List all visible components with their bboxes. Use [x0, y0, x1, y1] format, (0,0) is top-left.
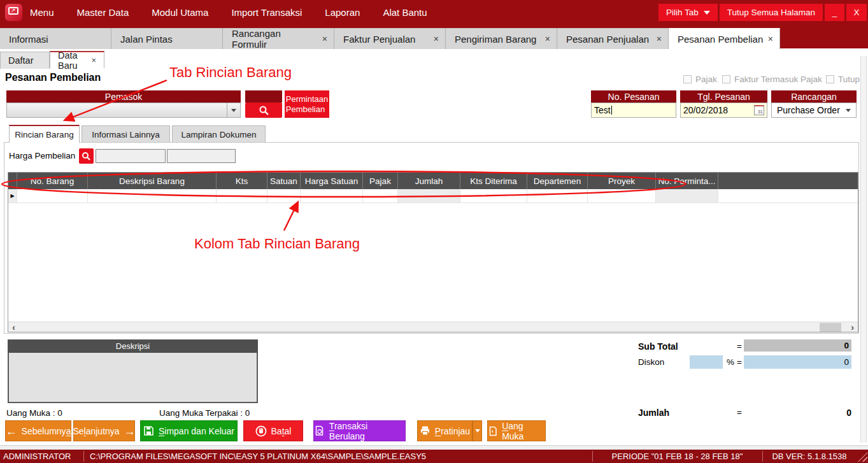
close-tab-icon[interactable]: ×: [653, 34, 662, 44]
cell-deskripsi-barang[interactable]: [88, 189, 217, 203]
chart-arrow-glyph: ↗: [11, 8, 16, 13]
col-proyek[interactable]: Proyek: [588, 173, 656, 189]
tab-faktur-penjualan[interactable]: Faktur Penjualan ×: [334, 28, 446, 49]
close-tab-icon[interactable]: ×: [764, 34, 773, 44]
col-satuan[interactable]: Satuan: [267, 173, 301, 189]
arrow-left-icon: ←: [6, 425, 17, 437]
app-logo-icon[interactable]: ↗: [5, 4, 22, 21]
pratinjau-dropdown-button[interactable]: [473, 420, 482, 441]
diskon-percent-input[interactable]: [690, 355, 723, 369]
col-harga-satuan[interactable]: Harga Satuan: [301, 173, 363, 189]
vertical-scrollbar[interactable]: [860, 56, 867, 443]
menu-item-laporan[interactable]: Laporan: [325, 7, 360, 18]
tab-informasi-lainnya[interactable]: Informasi Lainnya: [82, 125, 170, 143]
tgl-pesanan-value: 20/02/2018: [683, 105, 728, 115]
menu-item-import-transaksi[interactable]: Import Transaksi: [231, 7, 302, 18]
cell-no-permintaan[interactable]: [656, 189, 718, 203]
menu-item-alat-bantu[interactable]: Alat Bantu: [383, 7, 427, 18]
close-tab-icon[interactable]: ×: [541, 34, 550, 44]
percent-sign: %: [727, 357, 734, 367]
diskon-value-input[interactable]: 0: [744, 355, 851, 369]
cell-departemen[interactable]: [527, 189, 588, 203]
cell-harga-satuan[interactable]: [301, 189, 363, 203]
col-no-permintaan[interactable]: No. Perminta...: [656, 173, 718, 189]
resize-grip[interactable]: [858, 452, 867, 462]
col-kts[interactable]: Kts: [217, 173, 267, 189]
cell-kts[interactable]: [217, 189, 267, 203]
cell-proyek[interactable]: [588, 189, 656, 203]
permintaan-pembelian-button[interactable]: Permintaan Pembelian: [285, 90, 329, 118]
simpan-dan-keluar-button[interactable]: Simpan dan Keluar: [140, 420, 238, 441]
checkbox-icon[interactable]: [683, 75, 692, 83]
tab-pesanan-penjualan[interactable]: Pesanan Penjualan ×: [557, 28, 669, 49]
subtab-daftar[interactable]: Daftar: [0, 52, 50, 69]
tab-jalan-pintas[interactable]: Jalan Pintas: [111, 28, 223, 49]
no-pesanan-input[interactable]: Test: [591, 103, 676, 118]
checkbox-icon[interactable]: [826, 75, 834, 83]
tab-lampiran-dokumen[interactable]: Lampiran Dokumen: [172, 125, 266, 143]
tab-label: Rincian Barang: [15, 130, 73, 139]
tab-label: Pengiriman Barang: [455, 34, 536, 45]
checkbox-icon[interactable]: [722, 75, 730, 83]
tutup-semua-halaman-button[interactable]: Tutup Semua Halaman: [720, 4, 823, 21]
selanjutnya-button[interactable]: Selanjutnya →: [73, 420, 135, 441]
checkbox-faktur-termasuk-pajak[interactable]: Faktur Termasuk Pajak: [722, 75, 822, 84]
scroll-right-icon[interactable]: ›: [847, 322, 858, 332]
checkbox-tutup[interactable]: Tutup: [826, 75, 860, 84]
close-subtab-icon[interactable]: ×: [91, 55, 96, 65]
subtab-data-baru[interactable]: Data Baru ×: [50, 51, 104, 68]
pratinjau-button[interactable]: Pratinjau: [417, 420, 473, 441]
deskripsi-textarea[interactable]: [8, 353, 258, 403]
scrollbar-thumb[interactable]: [820, 323, 841, 332]
pemasok-combobox[interactable]: [6, 103, 241, 118]
cell-pajak[interactable]: [363, 189, 398, 203]
window-bottom-edge: [0, 445, 868, 450]
rancangan-combobox[interactable]: Purchase Order: [771, 103, 857, 118]
pemasok-dropdown-button[interactable]: [227, 103, 240, 117]
menu-item-menu[interactable]: Menu: [30, 7, 54, 18]
row-selector-cell[interactable]: ▶: [8, 189, 17, 203]
minimize-button[interactable]: _: [825, 4, 844, 21]
col-jumlah[interactable]: Jumlah: [398, 173, 460, 189]
cell-satuan[interactable]: [267, 189, 301, 203]
pilih-tab-button[interactable]: Pilih Tab: [658, 4, 718, 21]
harga-search-button[interactable]: [79, 148, 94, 164]
tab-label: Rancangan Formulir: [232, 28, 318, 50]
col-kts-diterima[interactable]: Kts Diterima: [460, 173, 527, 189]
col-no-barang[interactable]: No. Barang: [17, 173, 88, 189]
checkbox-pajak[interactable]: Pajak: [683, 75, 717, 84]
close-tab-icon[interactable]: ×: [430, 34, 439, 44]
uang-muka-button[interactable]: Uang Muka: [487, 420, 546, 441]
row-selector-header: [8, 173, 17, 189]
button-label: Selanjutnya: [73, 426, 119, 436]
col-pajak[interactable]: Pajak: [363, 173, 398, 189]
tab-informasi[interactable]: Informasi: [0, 28, 111, 49]
scroll-left-icon[interactable]: ‹: [8, 322, 19, 332]
transaksi-berulang-button[interactable]: Transaksi Berulang: [313, 420, 406, 441]
tgl-pesanan-input[interactable]: 20/02/2018 31: [680, 103, 767, 118]
cell-jumlah[interactable]: [398, 189, 460, 203]
horizontal-scrollbar[interactable]: ‹ ›: [8, 322, 858, 332]
col-departemen[interactable]: Departemen: [527, 173, 588, 189]
button-label: Batal: [271, 426, 292, 436]
cell-kts-diterima[interactable]: [460, 189, 527, 203]
batal-button[interactable]: Batal: [243, 420, 303, 441]
menu-item-master-data[interactable]: Master Data: [77, 7, 129, 18]
col-deskripsi-barang[interactable]: Deskripsi Barang: [88, 173, 217, 189]
close-window-button[interactable]: X: [846, 4, 867, 21]
pemasok-search-button[interactable]: [245, 103, 282, 118]
tab-rincian-barang[interactable]: Rincian Barang: [9, 125, 80, 143]
tab-label: Pesanan Pembelian: [678, 34, 763, 45]
calendar-icon[interactable]: 31: [754, 105, 764, 115]
close-tab-icon[interactable]: ×: [318, 34, 327, 44]
harga-input-1[interactable]: [96, 149, 166, 163]
sebelumnya-button[interactable]: ← Sebelumnya: [5, 420, 71, 441]
menu-item-modul-utama[interactable]: Modul Utama: [152, 7, 208, 18]
table-row[interactable]: ▶: [8, 189, 858, 203]
cell-no-barang[interactable]: [17, 189, 88, 203]
tab-label: Faktur Penjualan: [343, 34, 415, 45]
tab-rancangan-formulir[interactable]: Rancangan Formulir ×: [223, 28, 334, 49]
tab-pesanan-pembelian[interactable]: Pesanan Pembelian ×: [669, 28, 780, 49]
harga-input-2[interactable]: [167, 149, 236, 163]
tab-pengiriman-barang[interactable]: Pengiriman Barang ×: [446, 28, 557, 49]
